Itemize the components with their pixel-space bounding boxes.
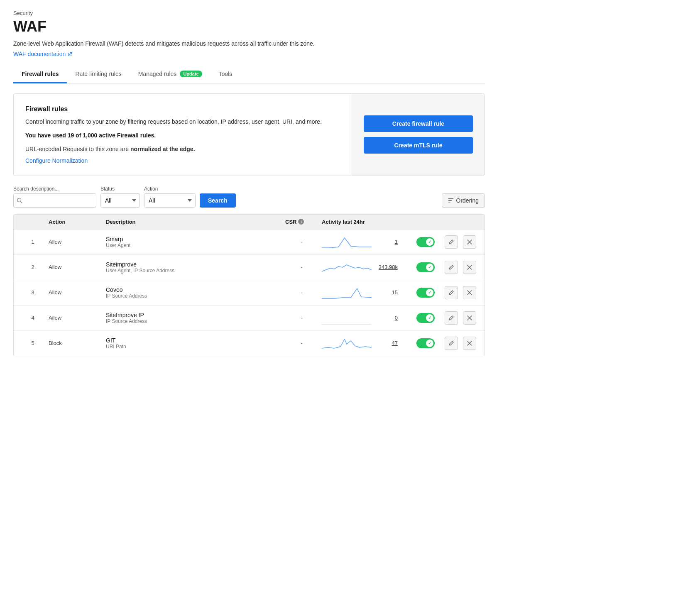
delete-button[interactable]: [463, 337, 476, 350]
table-row: 5 Block GIT URI Path - 47 ✓: [14, 330, 485, 356]
table-header: Action Description CSR i Activity last 2…: [14, 215, 485, 229]
action-select[interactable]: All Allow Block Challenge JS Challenge: [144, 193, 196, 208]
row-activity: 15: [322, 285, 413, 300]
create-firewall-rule-button[interactable]: Create firewall rule: [364, 115, 473, 132]
edit-icon: [448, 340, 454, 346]
close-icon: [467, 265, 472, 270]
search-icon: [17, 198, 22, 203]
sparkline-chart: [322, 310, 372, 325]
col-activity: Activity last 24hr: [322, 219, 413, 225]
row-activity: 47: [322, 336, 413, 351]
delete-button[interactable]: [463, 261, 476, 274]
edit-button[interactable]: [445, 311, 458, 325]
tab-firewall-rules[interactable]: Firewall rules: [13, 66, 67, 83]
row-description: SiteImprove IP IP Source Address: [106, 312, 282, 324]
table-row: 2 Allow Siteimprove User Agent, IP Sourc…: [14, 254, 485, 280]
row-action: Allow: [49, 264, 103, 270]
row-number: 5: [20, 340, 45, 346]
search-description-label: Search description...: [13, 186, 96, 192]
search-input[interactable]: [13, 193, 96, 208]
enabled-toggle[interactable]: ✓: [416, 313, 435, 323]
delete-button[interactable]: [463, 235, 476, 249]
activity-count: 47: [375, 340, 398, 346]
create-mtls-rule-button[interactable]: Create mTLS rule: [364, 137, 473, 154]
edit-icon: [448, 315, 454, 321]
breadcrumb: Security: [13, 10, 485, 16]
page-description: Zone-level Web Application Firewall (WAF…: [13, 39, 485, 48]
table-row: 1 Allow Smarp User Agent - 1 ✓: [14, 229, 485, 254]
row-csr: -: [285, 315, 318, 321]
edit-button[interactable]: [445, 337, 458, 350]
delete-button[interactable]: [463, 311, 476, 325]
row-number: 3: [20, 289, 45, 296]
row-activity: 343.98k: [322, 260, 413, 275]
sparkline-chart: [322, 336, 372, 351]
row-csr: -: [285, 289, 318, 296]
close-icon: [467, 240, 472, 244]
csr-info-icon[interactable]: i: [298, 219, 304, 225]
info-desc: Control incoming traffic to your zone by…: [25, 117, 340, 126]
row-action: Allow: [49, 239, 103, 245]
firewall-rules-table: Action Description CSR i Activity last 2…: [13, 214, 485, 356]
row-action: Block: [49, 340, 103, 346]
action-label: Action: [144, 186, 196, 192]
activity-count: 0: [375, 315, 398, 321]
row-activity: 0: [322, 310, 413, 325]
row-description: GIT URI Path: [106, 337, 282, 350]
info-title: Firewall rules: [25, 105, 340, 113]
row-activity: 1: [322, 235, 413, 249]
configure-normalization-link[interactable]: Configure Normalization: [25, 157, 88, 164]
activity-count: 1: [375, 239, 398, 245]
row-action: Allow: [49, 315, 103, 321]
row-number: 1: [20, 239, 45, 245]
ordering-button[interactable]: Ordering: [442, 193, 485, 208]
row-description: Siteimprove User Agent, IP Source Addres…: [106, 261, 282, 274]
row-csr: -: [285, 340, 318, 346]
svg-line-1: [21, 201, 22, 203]
delete-button[interactable]: [463, 286, 476, 299]
activity-count: 343.98k: [375, 264, 398, 270]
col-csr: CSR i: [285, 219, 318, 225]
tab-tools[interactable]: Tools: [210, 66, 241, 83]
svg-rect-4: [448, 202, 450, 203]
row-csr: -: [285, 264, 318, 270]
edit-button[interactable]: [445, 235, 458, 249]
enabled-toggle[interactable]: ✓: [416, 338, 435, 348]
status-select[interactable]: All Enabled Disabled: [100, 193, 140, 208]
col-action: Action: [49, 219, 103, 225]
activity-count: 15: [375, 289, 398, 296]
ordering-icon: [448, 198, 454, 203]
page-title: WAF: [13, 18, 485, 35]
tab-managed-rules[interactable]: Managed rules Update: [130, 66, 210, 83]
sparkline-chart: [322, 260, 372, 275]
close-icon: [467, 315, 472, 320]
edit-button[interactable]: [445, 261, 458, 274]
search-button[interactable]: Search: [200, 193, 236, 208]
edit-icon: [448, 239, 454, 245]
row-description: Coveo IP Source Address: [106, 286, 282, 299]
enabled-toggle[interactable]: ✓: [416, 262, 435, 272]
update-badge: Update: [180, 71, 202, 77]
enabled-toggle[interactable]: ✓: [416, 237, 435, 247]
edit-button[interactable]: [445, 286, 458, 299]
row-description: Smarp User Agent: [106, 236, 282, 248]
edit-icon: [448, 264, 454, 270]
tab-bar: Firewall rules Rate limiting rules Manag…: [13, 66, 485, 83]
info-usage: You have used 19 of 1,000 active Firewal…: [25, 132, 340, 139]
info-norm: URL-encoded Requests to this zone are no…: [25, 144, 340, 154]
waf-doc-link[interactable]: WAF documentation: [13, 51, 72, 57]
table-row: 4 Allow SiteImprove IP IP Source Address…: [14, 305, 485, 330]
row-action: Allow: [49, 289, 103, 296]
row-number: 2: [20, 264, 45, 270]
row-number: 4: [20, 315, 45, 321]
info-box: Firewall rules Control incoming traffic …: [13, 93, 485, 176]
close-icon: [467, 290, 472, 295]
close-icon: [467, 341, 472, 346]
enabled-toggle[interactable]: ✓: [416, 288, 435, 298]
search-bar: Search description... Status All Enabled…: [13, 186, 485, 208]
tab-rate-limiting[interactable]: Rate limiting rules: [67, 66, 130, 83]
table-row: 3 Allow Coveo IP Source Address - 15 ✓: [14, 280, 485, 305]
edit-icon: [448, 290, 454, 296]
svg-rect-2: [448, 198, 453, 199]
status-label: Status: [100, 186, 140, 192]
